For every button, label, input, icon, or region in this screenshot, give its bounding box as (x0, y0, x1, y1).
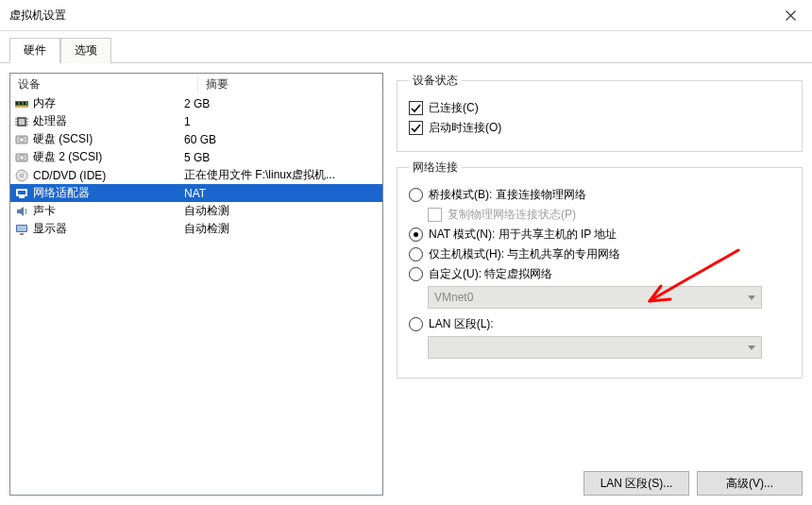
cpu-icon (14, 114, 29, 129)
device-row[interactable]: 声卡自动检测 (10, 202, 382, 220)
checkbox-connect-at-poweron-label: 启动时连接(O) (429, 120, 501, 136)
close-button[interactable] (769, 1, 812, 29)
checkmark-icon (409, 121, 423, 135)
radio-bridged[interactable]: 桥接模式(B): 直接连接物理网络 (409, 187, 790, 203)
device-name: 处理器 (33, 113, 184, 129)
tab-options[interactable]: 选项 (60, 38, 111, 63)
tab-strip: 硬件 选项 (0, 31, 812, 63)
device-status-group: 设备状态 已连接(C) 启动时连接(O) (397, 73, 803, 152)
radio-icon (409, 267, 423, 281)
device-summary: 自动检测 (184, 221, 379, 237)
custom-vmnet-select: VMnet0 (428, 286, 762, 309)
device-summary: NAT (184, 187, 379, 200)
device-row[interactable]: 内存2 GB (10, 94, 382, 112)
device-table-header: 设备 摘要 (10, 74, 382, 94)
checkbox-replicate-state-label: 复制物理网络连接状态(P) (448, 207, 576, 223)
chevron-down-icon (748, 345, 755, 350)
custom-vmnet-value: VMnet0 (434, 291, 473, 304)
svg-rect-4 (16, 102, 18, 105)
device-row[interactable]: 处理器1 (10, 112, 382, 130)
device-summary: 自动检测 (184, 203, 379, 219)
hdd-icon (14, 150, 29, 165)
device-row[interactable]: 网络适配器NAT (10, 184, 382, 202)
svg-rect-22 (18, 191, 25, 194)
checkbox-connected-label: 已连接(C) (429, 100, 479, 116)
device-settings-panel: 设备状态 已连接(C) 启动时连接(O) 网络连接 (397, 73, 803, 496)
button-row: LAN 区段(S)... 高级(V)... (397, 463, 803, 496)
device-name: 网络适配器 (33, 185, 184, 201)
device-status-legend: 设备状态 (409, 73, 462, 89)
device-summary: 5 GB (184, 151, 379, 164)
svg-rect-3 (15, 106, 28, 108)
vm-settings-window: 虚拟机设置 硬件 选项 设备 摘要 内存2 GB处理器1硬盘 (SCSI)60 … (0, 0, 812, 505)
tab-hardware[interactable]: 硬件 (9, 38, 60, 63)
svg-rect-23 (19, 196, 25, 198)
memory-icon (14, 96, 29, 111)
device-row[interactable]: CD/DVD (IDE)正在使用文件 F:\linux虚拟机... (10, 166, 382, 184)
radio-lan-segment-label: LAN 区段(L): (429, 316, 494, 332)
svg-rect-8 (19, 119, 25, 125)
radio-nat-label: NAT 模式(N): 用于共享主机的 IP 地址 (429, 227, 617, 243)
checkmark-icon (428, 208, 442, 222)
lan-segments-button[interactable]: LAN 区段(S)... (584, 471, 689, 496)
close-icon (786, 10, 796, 21)
content-area: 设备 摘要 内存2 GB处理器1硬盘 (SCSI)60 GB硬盘 2 (SCSI… (0, 63, 812, 505)
checkbox-replicate-state: 复制物理网络连接状态(P) (428, 207, 790, 223)
radio-bridged-label: 桥接模式(B): 直接连接物理网络 (429, 187, 586, 203)
network-connection-group: 网络连接 桥接模式(B): 直接连接物理网络 复制物理网络连接状态(P) NAT… (397, 160, 803, 379)
svg-point-16 (20, 137, 25, 142)
svg-point-20 (20, 174, 23, 177)
device-row[interactable]: 硬盘 (SCSI)60 GB (10, 130, 382, 148)
checkbox-connect-at-poweron[interactable]: 启动时连接(O) (409, 120, 790, 136)
hdd-icon (14, 132, 29, 147)
device-name: 声卡 (33, 203, 184, 219)
device-name: CD/DVD (IDE) (33, 169, 184, 182)
radio-nat[interactable]: NAT 模式(N): 用于共享主机的 IP 地址 (409, 227, 790, 243)
radio-icon (409, 247, 423, 261)
device-row[interactable]: 硬盘 2 (SCSI)5 GB (10, 148, 382, 166)
lan-segment-select (428, 336, 762, 359)
column-header-device[interactable]: 设备 (10, 76, 198, 93)
sound-icon (14, 204, 29, 219)
radio-hostonly-label: 仅主机模式(H): 与主机共享的专用网络 (429, 246, 620, 262)
radio-custom[interactable]: 自定义(U): 特定虚拟网络 (409, 266, 790, 282)
column-header-summary[interactable]: 摘要 (198, 76, 382, 93)
device-name: 内存 (33, 95, 184, 111)
display-icon (14, 222, 29, 237)
svg-rect-5 (20, 102, 22, 105)
chevron-down-icon (748, 295, 755, 300)
device-name: 硬盘 2 (SCSI) (33, 149, 184, 165)
radio-hostonly[interactable]: 仅主机模式(H): 与主机共享的专用网络 (409, 246, 790, 262)
svg-rect-6 (24, 102, 25, 105)
device-summary: 60 GB (184, 133, 379, 146)
radio-custom-label: 自定义(U): 特定虚拟网络 (429, 266, 552, 282)
network-connection-legend: 网络连接 (409, 160, 462, 176)
net-icon (14, 186, 29, 201)
radio-lan-segment[interactable]: LAN 区段(L): (409, 316, 790, 332)
advanced-button[interactable]: 高级(V)... (697, 471, 803, 496)
device-table-body: 内存2 GB处理器1硬盘 (SCSI)60 GB硬盘 2 (SCSI)5 GBC… (10, 94, 382, 495)
window-title: 虚拟机设置 (9, 8, 66, 24)
device-name: 显示器 (33, 221, 184, 237)
device-summary: 正在使用文件 F:\linux虚拟机... (184, 167, 379, 183)
svg-rect-25 (17, 226, 26, 231)
device-row[interactable]: 显示器自动检测 (10, 220, 382, 238)
checkmark-icon (409, 101, 423, 115)
cd-icon (14, 168, 29, 183)
radio-icon (409, 188, 423, 202)
titlebar: 虚拟机设置 (0, 0, 812, 31)
device-list-panel: 设备 摘要 内存2 GB处理器1硬盘 (SCSI)60 GB硬盘 2 (SCSI… (9, 73, 383, 496)
device-summary: 2 GB (184, 97, 379, 110)
device-name: 硬盘 (SCSI) (33, 131, 184, 147)
radio-icon (409, 227, 423, 242)
svg-point-18 (20, 155, 25, 160)
device-summary: 1 (184, 115, 379, 128)
radio-icon (409, 317, 423, 331)
checkbox-connected[interactable]: 已连接(C) (409, 100, 790, 116)
svg-rect-26 (20, 233, 24, 235)
